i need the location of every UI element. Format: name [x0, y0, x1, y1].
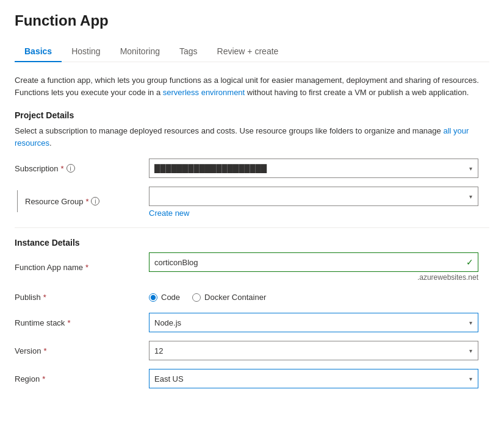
app-name-control: ✓ .azurewebsites.net — [149, 252, 478, 282]
region-label: Region * — [15, 374, 149, 383]
tab-review-create[interactable]: Review + create — [207, 41, 289, 62]
publish-required: * — [43, 293, 46, 302]
project-details-title: Project Details — [15, 110, 489, 120]
publish-control: Code Docker Container — [149, 290, 478, 304]
version-select-wrapper: 12 ▾ — [149, 341, 478, 360]
resource-group-info-icon[interactable]: i — [91, 197, 99, 205]
version-required: * — [43, 346, 46, 355]
runtime-stack-select[interactable]: Node.js — [149, 313, 478, 332]
app-name-input[interactable] — [149, 252, 478, 272]
tab-hosting[interactable]: Hosting — [62, 41, 110, 62]
project-details-description: Select a subscription to manage deployed… — [15, 125, 489, 149]
subscription-info-icon[interactable]: i — [67, 164, 75, 173]
region-required: * — [42, 374, 45, 383]
tab-nav: Basics Hosting Monitoring Tags Review + … — [15, 41, 489, 62]
resource-group-label: Resource Group * i — [15, 187, 149, 212]
publish-radio-group: Code Docker Container — [149, 290, 478, 304]
resource-group-select-wrapper: ▾ — [149, 187, 478, 206]
subscription-select-wrapper: ████████████████████ ▾ — [149, 159, 478, 178]
subscription-row: Subscription * i ████████████████████ ▾ — [15, 159, 489, 178]
version-label: Version * — [15, 346, 149, 355]
resource-group-select[interactable] — [149, 187, 478, 206]
resource-group-row: Resource Group * i ▾ Create new — [15, 187, 489, 218]
runtime-stack-label: Runtime stack * — [15, 318, 149, 327]
publish-code-label: Code — [161, 293, 180, 302]
tab-basics[interactable]: Basics — [15, 41, 62, 62]
version-row: Version * 12 ▾ — [15, 341, 489, 360]
publish-docker-radio[interactable] — [192, 293, 201, 302]
runtime-stack-select-wrapper: Node.js ▾ — [149, 313, 478, 332]
page-title: Function App — [15, 12, 489, 29]
publish-code-option[interactable]: Code — [149, 293, 180, 302]
instance-details-section: Instance Details Function App name * ✓ .… — [15, 238, 489, 388]
app-name-input-wrapper: ✓ — [149, 252, 478, 272]
subscription-control: ████████████████████ ▾ — [149, 159, 478, 178]
section-divider — [15, 227, 489, 228]
region-select[interactable]: East US — [149, 369, 478, 388]
runtime-stack-required: * — [67, 318, 70, 327]
instance-details-title: Instance Details — [15, 238, 489, 248]
domain-suffix: .azurewebsites.net — [149, 273, 478, 282]
app-name-required: * — [85, 263, 88, 272]
publish-docker-option[interactable]: Docker Container — [192, 293, 266, 302]
tab-monitoring[interactable]: Monitoring — [110, 41, 170, 62]
tab-tags[interactable]: Tags — [170, 41, 207, 62]
version-control: 12 ▾ — [149, 341, 478, 360]
publish-label: Publish * — [15, 293, 149, 302]
region-control: East US ▾ — [149, 369, 478, 388]
app-name-row: Function App name * ✓ .azurewebsites.net — [15, 252, 489, 282]
subscription-required: * — [61, 164, 64, 173]
version-select[interactable]: 12 — [149, 341, 478, 360]
publish-code-radio[interactable] — [149, 293, 157, 302]
app-name-label: Function App name * — [15, 263, 149, 272]
subscription-label: Subscription * i — [15, 164, 149, 173]
runtime-stack-control: Node.js ▾ — [149, 313, 478, 332]
runtime-stack-row: Runtime stack * Node.js ▾ — [15, 313, 489, 332]
region-row: Region * East US ▾ — [15, 369, 489, 388]
resource-group-control: ▾ Create new — [149, 187, 478, 218]
subscription-select[interactable]: ████████████████████ — [149, 159, 478, 178]
create-new-link[interactable]: Create new — [149, 209, 189, 218]
region-select-wrapper: East US ▾ — [149, 369, 478, 388]
project-details-section: Project Details Select a subscription to… — [15, 110, 489, 218]
resource-group-required: * — [85, 197, 88, 206]
publish-row: Publish * Code Docker Container — [15, 290, 489, 304]
page-description: Create a function app, which lets you gr… — [15, 74, 489, 98]
app-name-valid-icon: ✓ — [466, 257, 473, 267]
publish-docker-label: Docker Container — [204, 293, 266, 302]
